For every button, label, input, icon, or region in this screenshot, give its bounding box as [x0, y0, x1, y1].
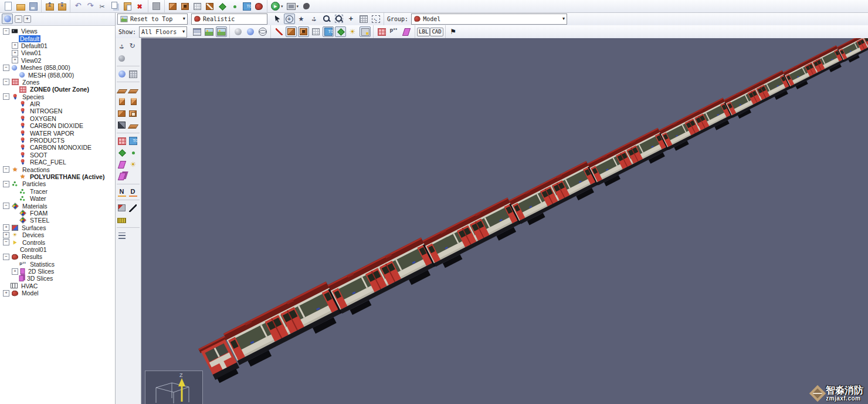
tree-expander[interactable]: +	[12, 57, 18, 63]
tree-item-products[interactable]: PRODUCTS	[0, 137, 115, 144]
doc-new-button[interactable]	[2, 1, 14, 12]
run-button[interactable]: ▾	[270, 1, 284, 12]
cut-button[interactable]	[97, 1, 108, 12]
tree-item-default01[interactable]: +Default01	[0, 42, 115, 49]
tree-item-statistics[interactable]: Statistics	[0, 261, 115, 268]
t0-tool-button[interactable]	[127, 135, 138, 147]
tree-item-2d-slices[interactable]: +2D Slices	[0, 268, 115, 275]
slicemark-button[interactable]	[204, 1, 215, 12]
export-button[interactable]	[56, 1, 67, 12]
tree-item-soot[interactable]: SOOT	[0, 152, 115, 159]
tree-item-reac-fuel[interactable]: REAC_FUEL	[0, 159, 115, 166]
tree-item-carbon-dioxide[interactable]: CARBON DIOXIDE	[0, 122, 115, 129]
show-lbl-button[interactable]: LBL	[417, 28, 430, 36]
modelred-button[interactable]	[253, 1, 265, 12]
reset-view-combo[interactable]: Reset to Top ▼	[117, 14, 188, 25]
tree-expander[interactable]: −	[3, 65, 9, 71]
letN-tool-button[interactable]	[116, 186, 127, 198]
zoom-tool-button[interactable]	[321, 14, 332, 24]
copy-button[interactable]	[110, 1, 121, 12]
tree-item-default[interactable]: Default	[0, 35, 115, 42]
fit-tool-button[interactable]	[370, 14, 381, 24]
import-button[interactable]	[44, 1, 55, 12]
tree-expander[interactable]: −	[3, 28, 9, 35]
fly-tool-button[interactable]	[296, 14, 307, 24]
graybox-button[interactable]	[151, 1, 162, 12]
grid-tool-button[interactable]	[358, 14, 369, 24]
zonered-tool-button[interactable]	[116, 135, 127, 147]
cursor-tool-button[interactable]	[272, 14, 283, 24]
dropper-tool-button[interactable]	[127, 202, 138, 214]
show-meshbox-toggle[interactable]	[310, 26, 321, 37]
meshbox-button[interactable]	[192, 1, 203, 12]
block-tool-button[interactable]	[116, 96, 128, 107]
tree-item-species[interactable]: −Species	[0, 93, 115, 100]
zoomwin-tool-button[interactable]	[333, 14, 344, 24]
smoke-button[interactable]	[301, 1, 312, 12]
tree-item-view02[interactable]: +View02	[0, 57, 115, 64]
tree-item-control01[interactable]: Control01	[0, 246, 115, 253]
show-spwire-toggle[interactable]	[257, 26, 268, 37]
letD-tool-button[interactable]	[127, 186, 138, 198]
ruler-tool-button[interactable]	[116, 214, 127, 225]
slab-tool-button[interactable]	[116, 84, 127, 96]
tree-item-water[interactable]: Water	[0, 195, 115, 202]
t0-button[interactable]	[241, 1, 252, 12]
show-t0-toggle[interactable]	[323, 26, 334, 37]
tree-item-polyurethane-active[interactable]: POLYURETHANE (Active)	[0, 173, 115, 180]
tree-item-foam[interactable]: FOAM	[0, 210, 115, 217]
tree-item-surfaces[interactable]: +Surfaces	[0, 224, 115, 231]
tree-item-zone0-outer-zone[interactable]: ZONE0 (Outer Zone)	[0, 86, 115, 93]
monitor-button[interactable]: ▾	[286, 1, 300, 12]
tree-item-mesh-858-000[interactable]: MESH (858,000)	[0, 71, 115, 78]
tree-filter-button[interactable]	[2, 14, 13, 24]
folder-open-button[interactable]	[15, 1, 26, 12]
tree-expander[interactable]: +	[3, 290, 9, 297]
slice2d-tool-button[interactable]	[116, 159, 128, 170]
slab-tool-button[interactable]	[127, 119, 138, 131]
gridtab-tool-button[interactable]	[127, 68, 138, 80]
tree-item-steel[interactable]: STEEL	[0, 217, 115, 224]
expand-all-button[interactable]: +	[23, 15, 31, 23]
tree-item-controls[interactable]: −Controls	[0, 238, 115, 245]
collapse-all-button[interactable]: −	[15, 15, 22, 23]
show-img-toggle[interactable]	[204, 26, 215, 37]
gdot-button[interactable]	[229, 1, 240, 12]
orbitgray-tool-button[interactable]	[116, 52, 127, 64]
tree-item-views[interactable]: −Views	[0, 28, 115, 35]
gdot-tool-button[interactable]	[127, 147, 138, 159]
show-flag-toggle[interactable]	[448, 26, 459, 37]
tree-expander[interactable]: −	[3, 203, 9, 209]
tree-expander[interactable]: +	[3, 232, 9, 238]
tree-item-tracer[interactable]: Tracer	[0, 188, 115, 195]
tree-expander[interactable]: −	[3, 93, 9, 100]
show-slicetoggle-toggle[interactable]	[360, 26, 371, 37]
gdiamond-tool-button[interactable]	[116, 147, 127, 159]
tree-item-materials[interactable]: −Materials	[0, 202, 115, 209]
tree-item-view01[interactable]: +View01	[0, 49, 115, 56]
tree-expander[interactable]: +	[12, 42, 18, 49]
list-tool-button[interactable]	[116, 230, 127, 241]
show-redpen-toggle[interactable]	[273, 26, 284, 37]
floors-combo[interactable]: All Floors ▼	[139, 26, 187, 38]
paste-button[interactable]	[122, 1, 133, 12]
stairs-tool-button[interactable]	[116, 119, 127, 131]
tree-item-oxygen[interactable]: OXYGEN	[0, 115, 115, 122]
show-zonered-toggle[interactable]	[376, 26, 387, 37]
show-hole-toggle[interactable]	[298, 26, 309, 37]
show-slice2d-toggle[interactable]	[401, 26, 412, 37]
tree-item-zones[interactable]: −Zones	[0, 79, 115, 86]
tree-item-devices[interactable]: +Devices	[0, 231, 115, 238]
tree-expander[interactable]: −	[3, 254, 9, 260]
sun-tool-button[interactable]	[128, 159, 139, 170]
undo-button[interactable]	[73, 1, 84, 12]
show-img-toggle[interactable]	[216, 26, 227, 37]
tree-expander[interactable]: −	[3, 79, 9, 85]
show-obst-toggle[interactable]	[286, 26, 297, 37]
tree-item-model[interactable]: +Model	[0, 289, 115, 297]
box-tool-button[interactable]	[116, 107, 127, 119]
group-combo[interactable]: Model ▼	[411, 14, 567, 25]
orientation-cube[interactable]: Z	[145, 371, 203, 404]
tree-item-air[interactable]: AIR	[0, 100, 115, 107]
hole-button[interactable]	[179, 1, 191, 12]
